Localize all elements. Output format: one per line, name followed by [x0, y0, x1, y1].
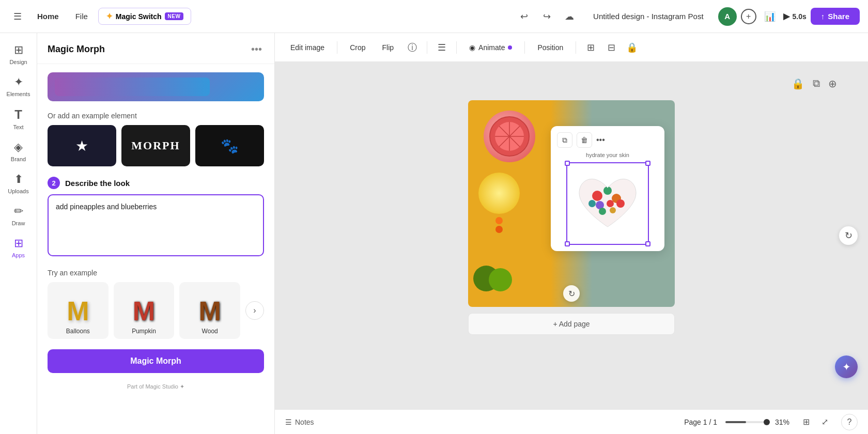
handle-br[interactable]: [645, 241, 650, 246]
hamburger-menu[interactable]: ☰: [8, 7, 27, 26]
lemon-decoration: [478, 173, 520, 214]
animate-button[interactable]: ◉ Animate: [462, 40, 519, 55]
example-elements-section: Or add an example element ★ MORPH 🐾: [48, 112, 264, 166]
redo-button[interactable]: ↪: [537, 7, 556, 26]
magic-switch-label: Magic Switch: [116, 12, 162, 21]
avocado-decorations: [473, 266, 509, 291]
morph-description-textarea[interactable]: add pineapples and blueberries: [48, 194, 264, 256]
handle-tl[interactable]: [565, 161, 570, 166]
examples-next-button[interactable]: ›: [245, 301, 264, 320]
transparency-icon-button[interactable]: ⊞: [581, 38, 600, 57]
try-examples-section: Try an example M Balloons M Pumpkin M Wo…: [48, 269, 264, 339]
undo-button[interactable]: ↩: [515, 7, 533, 26]
share-button[interactable]: ↑ Share: [811, 8, 860, 25]
sidebar-item-apps[interactable]: ⊞ Apps: [3, 233, 34, 262]
play-button[interactable]: ▶ 5.0s: [783, 11, 807, 21]
example-card-wood[interactable]: M Wood: [179, 282, 240, 339]
left-panel: Magic Morph ••• Or add an exampl: [37, 33, 275, 434]
file-nav-item[interactable]: File: [69, 9, 94, 24]
svg-point-7: [592, 191, 602, 201]
top-nav: ☰ Home File ✦ Magic Switch NEW ↩ ↪ ☁ Unt…: [0, 0, 868, 33]
grid-view-button[interactable]: ⊞: [798, 414, 814, 430]
svg-point-15: [588, 200, 596, 207]
crop-button[interactable]: Crop: [343, 40, 373, 55]
sidebar-icons: ⊞ Design ✦ Elements T Text ◈ Brand ⬆ Upl…: [0, 33, 37, 434]
try-examples-label: Try an example: [48, 269, 264, 277]
user-avatar[interactable]: A: [718, 7, 737, 26]
example-morph-card[interactable]: MORPH: [121, 125, 190, 166]
zoom-slider-fill: [725, 421, 746, 423]
edit-image-button[interactable]: Edit image: [283, 40, 332, 55]
help-button[interactable]: ?: [841, 414, 858, 430]
copy-canvas-icon[interactable]: ⧉: [813, 78, 820, 90]
info-icon-button[interactable]: ⓘ: [403, 38, 422, 57]
search-gradient-bar: [55, 78, 210, 96]
add-canvas-icon[interactable]: ⊕: [828, 78, 837, 90]
notes-button[interactable]: ☰ Notes: [285, 418, 314, 426]
canvas-right-actions: ↻: [839, 226, 858, 245]
paw-symbol: 🐾: [221, 137, 239, 154]
home-nav-item[interactable]: Home: [31, 9, 65, 24]
lock-canvas-icon[interactable]: 🔒: [792, 78, 804, 90]
add-collaborator-button[interactable]: +: [741, 9, 756, 24]
grapefruit-svg: [489, 116, 530, 157]
animate-label: Animate: [478, 43, 505, 52]
flip-button[interactable]: Flip: [375, 40, 401, 55]
sidebar-item-elements[interactable]: ✦ Elements: [3, 71, 34, 101]
sidebar-label-design: Design: [9, 59, 27, 65]
zoom-thumb[interactable]: [764, 419, 770, 425]
panel-title: Magic Morph: [48, 44, 105, 55]
heart-veg-svg: [574, 170, 641, 237]
cloud-save-icon[interactable]: ☁: [560, 7, 579, 26]
inner-card-delete-button[interactable]: 🗑: [577, 132, 592, 148]
magic-morph-button[interactable]: Magic Morph: [48, 349, 264, 373]
sidebar-label-elements: Elements: [7, 91, 30, 97]
example-star-card[interactable]: ★: [48, 125, 116, 166]
adjust-icon-button[interactable]: ⊟: [602, 38, 621, 57]
sidebar-item-draw[interactable]: ✏ Draw: [3, 200, 34, 230]
handle-tr[interactable]: [645, 161, 650, 166]
inner-card-more-button[interactable]: •••: [596, 135, 605, 145]
panel-body: Or add an example element ★ MORPH 🐾 2: [37, 64, 274, 434]
handle-bl[interactable]: [565, 241, 570, 246]
ai-assistant-button[interactable]: ✦: [835, 355, 858, 378]
search-bar-area: [48, 72, 264, 101]
fullscreen-button[interactable]: ⤢: [816, 414, 833, 430]
position-button[interactable]: Position: [530, 40, 570, 55]
canvas-toolbar: Edit image Crop Flip ⓘ ☰ ◉ Animate Posit…: [275, 33, 868, 62]
animate-circle-icon: ◉: [469, 43, 475, 52]
uploads-icon: ⬆: [14, 173, 23, 186]
lock-icon-button[interactable]: 🔒: [623, 38, 641, 57]
svg-point-12: [599, 208, 606, 215]
card-refresh-button[interactable]: ↻: [563, 285, 580, 302]
hamburger-icon-button[interactable]: ☰: [432, 38, 451, 57]
inner-card-copy-button[interactable]: ⧉: [557, 132, 572, 148]
magic-switch-star-icon: ✦: [106, 11, 113, 21]
example-card-balloons[interactable]: M Balloons: [48, 282, 109, 339]
panel-more-button[interactable]: •••: [249, 41, 264, 57]
document-title[interactable]: Untitled design - Instagram Post: [583, 12, 714, 21]
analytics-icon[interactable]: 📊: [761, 7, 779, 26]
canvas-refresh-button[interactable]: ↻: [839, 226, 858, 245]
svg-point-14: [616, 199, 625, 208]
view-buttons: ⊞ ⤢: [798, 414, 833, 430]
sidebar-label-brand: Brand: [11, 156, 26, 162]
svg-point-13: [610, 207, 616, 213]
heart-vegetable-element[interactable]: [566, 162, 649, 245]
example-paw-card[interactable]: 🐾: [195, 125, 264, 166]
zoom-slider[interactable]: [725, 421, 767, 423]
svg-point-11: [607, 200, 614, 207]
toolbar-separator-2: [427, 41, 427, 54]
notes-icon: ☰: [285, 418, 292, 426]
canvas-content[interactable]: 🔒 ⧉ ⊕: [275, 62, 868, 409]
brand-icon: ◈: [14, 141, 23, 154]
sidebar-item-brand[interactable]: ◈ Brand: [3, 136, 34, 166]
sidebar-item-text[interactable]: T Text: [3, 103, 34, 134]
add-page-bar[interactable]: + Add page: [468, 313, 675, 335]
sidebar-item-design[interactable]: ⊞ Design: [3, 39, 34, 69]
sidebar-item-uploads[interactable]: ⬆ Uploads: [3, 168, 34, 198]
step2-title: Describe the look: [65, 179, 130, 188]
magic-switch-button[interactable]: ✦ Magic Switch NEW: [98, 8, 192, 25]
part-of-label: Part of Magic Studio ✦: [48, 383, 264, 390]
example-card-pumpkin[interactable]: M Pumpkin: [114, 282, 175, 339]
